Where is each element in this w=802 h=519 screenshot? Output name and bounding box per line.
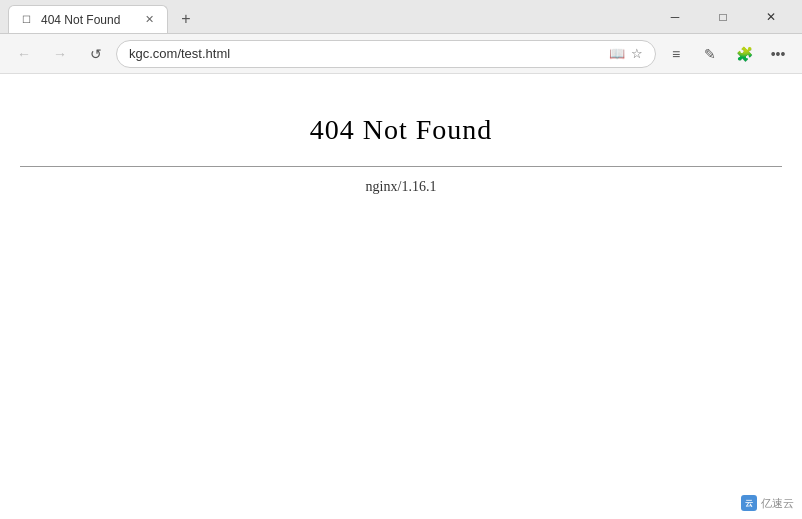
error-container: 404 Not Found nginx/1.16.1 [0,74,802,215]
tab-area: ☐ 404 Not Found ✕ + [8,0,652,33]
toolbar-icons: ≡ ✎ 🧩 ••• [660,38,794,70]
close-window-button[interactable]: ✕ [748,1,794,33]
tab-close-button[interactable]: ✕ [141,12,157,28]
server-info: nginx/1.16.1 [20,179,782,195]
tab-title: 404 Not Found [41,13,133,27]
url-text: kgc.com/test.html [129,46,601,61]
title-bar: ☐ 404 Not Found ✕ + ─ □ ✕ [0,0,802,34]
address-bar[interactable]: kgc.com/test.html 📖 ☆ [116,40,656,68]
edit-button[interactable]: ✎ [694,38,726,70]
reader-mode-icon[interactable]: 📖 [609,46,625,61]
minimize-button[interactable]: ─ [652,1,698,33]
address-bar-icons: 📖 ☆ [609,46,643,61]
watermark-text: 亿速云 [761,496,794,511]
error-heading: 404 Not Found [20,114,782,146]
page-content: 404 Not Found nginx/1.16.1 云 亿速云 [0,74,802,519]
new-tab-button[interactable]: + [172,5,200,33]
navigation-bar: ← → ↺ kgc.com/test.html 📖 ☆ ≡ ✎ 🧩 ••• [0,34,802,74]
refresh-button[interactable]: ↺ [80,38,112,70]
tab-favicon: ☐ [19,13,33,27]
window-controls: ─ □ ✕ [652,1,794,33]
divider [20,166,782,167]
watermark-icon: 云 [741,495,757,511]
maximize-button[interactable]: □ [700,1,746,33]
extensions-button[interactable]: 🧩 [728,38,760,70]
bookmark-icon[interactable]: ☆ [631,46,643,61]
watermark: 云 亿速云 [741,495,794,511]
menu-button[interactable]: ≡ [660,38,692,70]
more-options-button[interactable]: ••• [762,38,794,70]
back-button[interactable]: ← [8,38,40,70]
forward-button[interactable]: → [44,38,76,70]
active-tab[interactable]: ☐ 404 Not Found ✕ [8,5,168,33]
